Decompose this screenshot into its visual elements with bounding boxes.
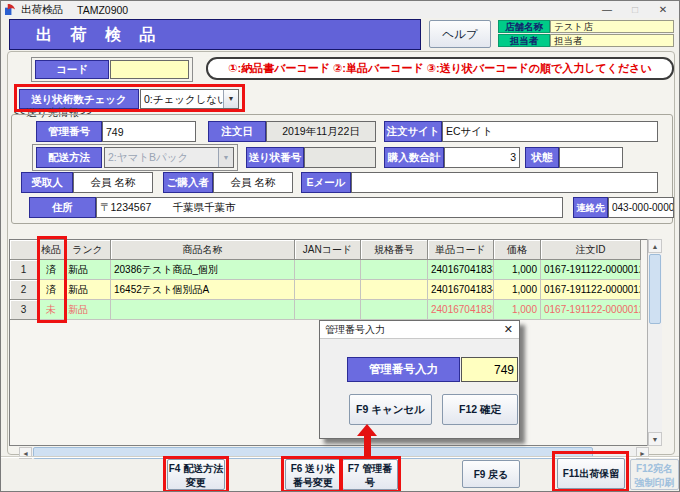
col-price[interactable]: 価格 bbox=[494, 240, 541, 260]
store-name-label: 店舗名称 bbox=[498, 20, 550, 33]
delivery-method-label: 配送方法 bbox=[36, 147, 102, 168]
order-site-label: 注文サイト bbox=[384, 121, 442, 142]
invoice-number-label: 送り状番号 bbox=[246, 147, 304, 168]
purchase-total-label: 購入数合計 bbox=[384, 147, 444, 168]
dialog-input-label: 管理番号入力 bbox=[347, 357, 460, 382]
table-row[interactable]: 1 済 新品 20386テスト商品_個別 240167041833 1,000 … bbox=[10, 260, 661, 280]
col-jan[interactable]: JANコード bbox=[295, 240, 361, 260]
buyer-value: 会員 名称 bbox=[213, 172, 293, 193]
vertical-scrollbar[interactable]: ▲ ▼ bbox=[647, 239, 662, 446]
window-title: 出荷検品 bbox=[21, 3, 63, 17]
staff-value: 担当者 bbox=[550, 34, 674, 47]
minimize-icon[interactable]: — bbox=[593, 1, 621, 18]
col-orderid[interactable]: 注文ID bbox=[541, 240, 641, 260]
invoice-number-value bbox=[304, 147, 376, 168]
col-tanpin[interactable]: 単品コード bbox=[428, 240, 494, 260]
recipient-label: 受取人 bbox=[21, 172, 73, 193]
window-title-code: TAMZ0900 bbox=[77, 4, 128, 16]
delivery-method-select: 2:ヤマトBパック ▼ bbox=[104, 147, 234, 168]
window-titlebar[interactable]: 出荷検品 TAMZ0900 — □ ✕ bbox=[1, 1, 679, 18]
email-label: Eメール bbox=[301, 172, 351, 193]
code-label: コード bbox=[35, 60, 109, 79]
order-date-value: 2019年11月22日 bbox=[266, 121, 376, 142]
annotation-arrow-head bbox=[357, 424, 377, 436]
mgmt-number-label: 管理番号 bbox=[36, 121, 102, 142]
help-button[interactable]: ヘルプ bbox=[429, 20, 491, 48]
order-date-label: 注文日 bbox=[208, 121, 266, 142]
app-icon bbox=[5, 4, 16, 15]
staff-label: 担当者 bbox=[498, 34, 550, 47]
col-kenpin[interactable]: 検品 bbox=[38, 240, 65, 260]
recipient-value: 会員 名称 bbox=[73, 172, 153, 193]
col-rank[interactable]: ランク bbox=[65, 240, 111, 260]
table-header-row: 検品 ランク 商品名称 JANコード 規格番号 単品コード 価格 注文ID bbox=[10, 240, 661, 260]
email-value bbox=[351, 172, 658, 193]
status-value bbox=[559, 147, 623, 168]
close-icon[interactable]: ✕ bbox=[649, 1, 677, 18]
vscroll-thumb[interactable] bbox=[649, 254, 661, 324]
f7-mgmt-number-button[interactable]: F7 管理番号 入力 bbox=[342, 459, 398, 490]
hscroll-thumb[interactable] bbox=[33, 447, 593, 459]
f12-confirm-button[interactable]: F12 確定 bbox=[442, 394, 518, 425]
footer-separator bbox=[1, 456, 680, 457]
purchase-total-value: 3 bbox=[444, 147, 520, 168]
table-row[interactable]: 2 済 新品 16452テスト個別品A 240167041834 1,000 0… bbox=[10, 280, 661, 300]
contact-label: 連絡先 bbox=[573, 197, 608, 218]
col-name[interactable]: 商品名称 bbox=[111, 240, 295, 260]
store-name-value: テスト店 bbox=[550, 20, 674, 33]
col-rownum bbox=[10, 240, 38, 260]
page-title: 出 荷 検 品 bbox=[9, 19, 421, 50]
address-value: 〒1234567 千葉県千葉市 bbox=[96, 197, 563, 218]
dialog-close-icon[interactable]: ✕ bbox=[504, 321, 513, 338]
f4-delivery-method-button[interactable]: F4 配送方法 変更 bbox=[167, 459, 225, 490]
table-row[interactable]: 3 未 新品 240167041835 1,000 0167-191122-00… bbox=[10, 300, 661, 320]
scroll-left-icon[interactable]: ◄ bbox=[19, 447, 32, 459]
annotation-arrow bbox=[364, 435, 371, 457]
dialog-titlebar[interactable]: 管理番号入力 ✕ bbox=[320, 321, 519, 339]
horizontal-scrollbar[interactable]: ◄ ► bbox=[19, 447, 649, 459]
mgmt-number-dialog: 管理番号入力 ✕ 管理番号入力 F9 キャンセル F12 確定 bbox=[319, 320, 520, 439]
code-input[interactable] bbox=[110, 60, 189, 79]
status-label: 状態 bbox=[525, 147, 559, 168]
f6-invoice-number-button[interactable]: F6 送り状 番号変更 bbox=[285, 459, 341, 490]
f9-back-button[interactable]: F9 戻る bbox=[462, 460, 520, 488]
chevron-down-icon: ▼ bbox=[218, 148, 233, 167]
chevron-down-icon[interactable]: ▼ bbox=[223, 90, 238, 108]
scroll-up-icon[interactable]: ▲ bbox=[648, 239, 662, 253]
address-label: 住所 bbox=[29, 197, 96, 218]
digit-check-select[interactable]: 0:チェックしない ▼ bbox=[140, 89, 239, 109]
order-site-value: ECサイト bbox=[442, 121, 658, 142]
scroll-down-icon[interactable]: ▼ bbox=[648, 432, 662, 446]
dialog-mgmt-number-input[interactable] bbox=[461, 357, 518, 382]
shipping-inspection-window: 出荷検品 TAMZ0900 — □ ✕ 出 荷 検 品 ヘルプ 店舗名称 テスト… bbox=[0, 0, 680, 492]
col-kikaku[interactable]: 規格番号 bbox=[361, 240, 428, 260]
maximize-icon[interactable]: □ bbox=[621, 1, 649, 18]
f12-address-print-button: F12宛名 強制印刷 bbox=[630, 459, 679, 490]
f9-cancel-button[interactable]: F9 キャンセル bbox=[349, 394, 432, 425]
mgmt-number-field[interactable] bbox=[102, 121, 196, 142]
buyer-label: ご購入者 bbox=[163, 172, 213, 193]
scroll-right-icon[interactable]: ► bbox=[636, 447, 649, 459]
contact-value: 043-000-0000 bbox=[608, 197, 674, 218]
f11-shipment-hold-button[interactable]: F11出荷保留 bbox=[557, 458, 625, 489]
barcode-instruction: ①:納品書バーコード ②:単品バーコード ③:送り状バーコードの順で入力してくだ… bbox=[206, 57, 674, 80]
